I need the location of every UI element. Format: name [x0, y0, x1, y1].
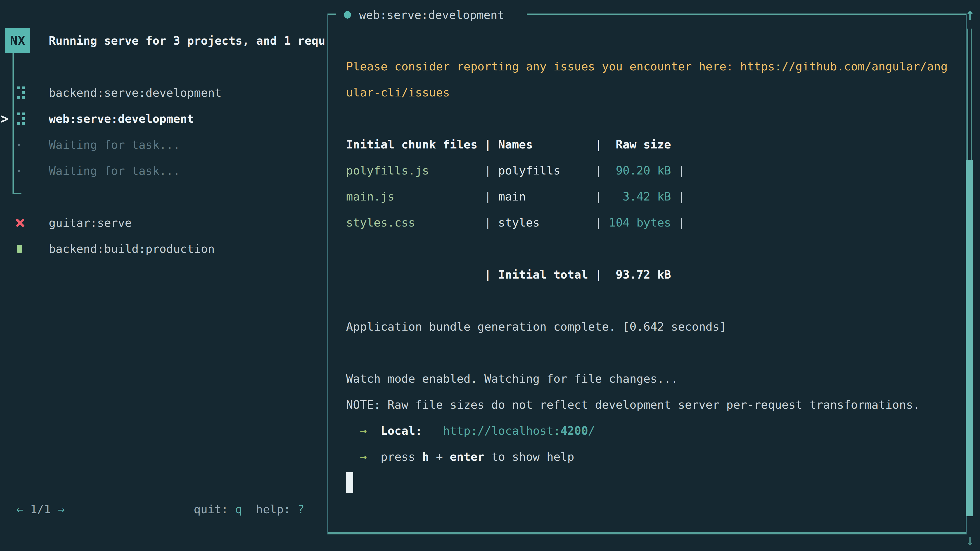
- waiting-dot-icon: [14, 163, 25, 178]
- task-output-panel[interactable]: web:serve:development Please consider re…: [327, 14, 967, 534]
- quit-key: q: [235, 503, 242, 516]
- quit-hint-label: quit:: [194, 503, 235, 516]
- output-line-table-row: styles.css | styles | 104 bytes |: [346, 210, 950, 235]
- pager-count: 1/1: [23, 503, 58, 516]
- output-line: [346, 287, 950, 313]
- failed-x-icon: [14, 215, 25, 230]
- output-line-help-hint: → press h + enter to show help: [346, 444, 950, 470]
- pager-prev-icon[interactable]: ←: [16, 503, 23, 516]
- output-line-table-row: main.js | main | 3.42 kB |: [346, 183, 950, 210]
- help-key: ?: [298, 503, 304, 516]
- running-dot-icon: [344, 11, 351, 19]
- nx-logo: NX: [5, 28, 30, 53]
- task-row-waiting-2[interactable]: Waiting for task...: [0, 158, 327, 184]
- output-line: [346, 235, 950, 262]
- output-line-local-url[interactable]: → Local: http://localhost:4200/: [346, 418, 950, 444]
- output-line: ular-cli/issues: [346, 79, 950, 105]
- output-line: Application bundle generation complete. …: [346, 313, 950, 340]
- output-line-table-header: Initial chunk files | Names | Raw size: [346, 131, 950, 157]
- task-row-web-serve-development[interactable]: web:serve:development: [0, 106, 327, 132]
- task-row-guitar-serve[interactable]: guitar:serve: [0, 210, 327, 236]
- panel-title: web:serve:development: [344, 2, 504, 28]
- task-label-selected: web:serve:development: [49, 112, 194, 125]
- keyboard-hints: quit: q help: ?: [194, 496, 304, 522]
- output-line-cursor: [346, 470, 950, 495]
- spinner-icon: [14, 111, 25, 126]
- app-title: Running serve for 3 projects, and 1 requ: [49, 28, 325, 53]
- output-line: NOTE: Raw file sizes do not reflect deve…: [346, 392, 950, 418]
- task-label: backend:serve:development: [49, 86, 221, 100]
- pager: ← 1/1 →: [16, 496, 65, 522]
- scrollbar-rail[interactable]: [967, 29, 972, 160]
- task-row-waiting-1[interactable]: Waiting for task...: [0, 132, 327, 158]
- panel-border-top-left: [328, 14, 336, 15]
- output-line: [346, 105, 950, 131]
- scroll-up-arrow-icon[interactable]: ↑: [961, 0, 979, 28]
- waiting-dot-icon: [14, 137, 25, 152]
- task-label: Waiting for task...: [49, 138, 180, 151]
- scroll-down-arrow-icon[interactable]: ↓: [961, 527, 979, 551]
- output-line-table-row: polyfills.js | polyfills | 90.20 kB |: [346, 157, 950, 183]
- help-hint-label: help:: [242, 503, 298, 516]
- output-line: [346, 340, 950, 365]
- success-square-icon: [14, 241, 25, 256]
- task-label: Waiting for task...: [49, 164, 180, 178]
- scrollbar-thumb[interactable]: [966, 160, 973, 516]
- panel-title-text: web:serve:development: [359, 8, 504, 22]
- output-line: Please consider reporting any issues you…: [346, 53, 950, 79]
- spinner-icon: [14, 85, 25, 100]
- panel-border-top-right: [527, 14, 966, 15]
- task-list: backend:serve:development web:serve:deve…: [0, 79, 327, 262]
- task-row-backend-build-production[interactable]: backend:build:production: [0, 236, 327, 262]
- terminal-output: Please consider reporting any issues you…: [346, 53, 950, 495]
- nx-tui-screen: NX Running serve for 3 projects, and 1 r…: [0, 0, 980, 551]
- output-line: Watch mode enabled. Watching for file ch…: [346, 365, 950, 392]
- task-row-backend-serve-development[interactable]: backend:serve:development: [0, 79, 327, 106]
- output-line-table-total: | Initial total | 93.72 kB: [346, 262, 950, 287]
- pager-next-icon[interactable]: →: [58, 503, 65, 516]
- task-list-gap: [0, 184, 327, 210]
- task-label: backend:build:production: [49, 242, 215, 256]
- task-label: guitar:serve: [49, 216, 132, 230]
